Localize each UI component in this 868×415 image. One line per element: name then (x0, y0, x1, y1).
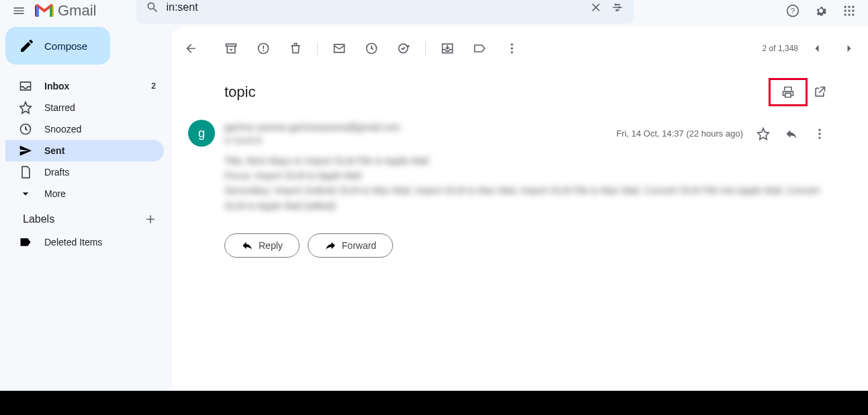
sent-icon (19, 144, 32, 157)
chevron-down-icon (19, 187, 32, 200)
svg-point-21 (818, 128, 820, 130)
snooze-icon[interactable] (363, 40, 380, 56)
svg-point-20 (511, 51, 513, 53)
inbox-icon (19, 79, 32, 93)
pencil-icon (19, 38, 35, 54)
svg-point-1 (618, 6, 620, 8)
svg-point-6 (852, 6, 854, 8)
pager-prev-icon[interactable] (809, 40, 825, 56)
svg-point-23 (818, 137, 820, 139)
sidebar-item-starred[interactable]: Starred (5, 97, 164, 118)
help-icon[interactable]: ? (785, 3, 801, 19)
svg-point-15 (263, 50, 264, 51)
pager-text: 2 of 1,348 (763, 44, 798, 53)
archive-icon[interactable] (223, 40, 239, 56)
labels-header: Labels (5, 204, 172, 231)
svg-point-12 (852, 13, 854, 15)
inbox-count: 2 (151, 81, 156, 91)
back-icon[interactable] (183, 40, 199, 56)
compose-button[interactable]: Compose (5, 27, 110, 65)
app-name: Gmail (58, 2, 96, 20)
sidebar-item-snoozed[interactable]: Snoozed (5, 118, 164, 140)
label-icon (19, 235, 32, 249)
svg-point-0 (615, 3, 617, 5)
clear-search-icon[interactable] (588, 0, 604, 15)
label-deleted-items[interactable]: Deleted Items (5, 231, 164, 253)
more-label: More (44, 188, 156, 199)
svg-point-2 (616, 9, 618, 11)
labels-title: Labels (23, 213, 54, 225)
header-actions: ? (785, 3, 857, 19)
sidebar-item-more[interactable]: More (5, 183, 164, 204)
page-footer-blackbar (0, 391, 868, 415)
add-task-icon[interactable] (396, 40, 412, 56)
email-timestamp: Fri, 14 Oct, 14:37 (22 hours ago) (616, 128, 743, 139)
reply-icon[interactable] (783, 126, 799, 142)
content-pane: 2 of 1,348 topic g garima saxena garimas… (172, 27, 868, 390)
sender-avatar[interactable]: g (188, 120, 215, 147)
main-menu-icon[interactable] (11, 3, 27, 19)
reply-button[interactable]: Reply (224, 233, 300, 258)
gmail-logo[interactable]: Gmail (35, 2, 96, 20)
sidebar: Compose Inbox 2 Starred Snoozed Sent Dra… (0, 22, 172, 390)
sender-info: garima saxena garimasaxena@gmail.com (224, 120, 616, 135)
search-input[interactable] (161, 1, 588, 13)
svg-point-8 (848, 9, 850, 11)
body-line: Focus: Import OLM to Apple Mail (224, 168, 828, 183)
spam-icon[interactable] (255, 40, 271, 56)
svg-text:?: ? (791, 6, 795, 15)
print-button-highlight (769, 78, 808, 106)
svg-point-18 (511, 44, 513, 46)
sidebar-item-sent[interactable]: Sent (5, 140, 164, 161)
reply-label: Reply (259, 240, 283, 251)
apps-icon[interactable] (841, 3, 857, 19)
star-message-icon[interactable] (755, 126, 771, 142)
search-bar (136, 0, 634, 24)
email-header: g garima saxena garimasaxena@gmail.com t… (183, 114, 857, 148)
inbox-label: Inbox (44, 81, 151, 91)
forward-label: Forward (342, 240, 376, 251)
search-options-icon[interactable] (609, 0, 625, 15)
move-to-inbox-icon[interactable] (439, 40, 455, 56)
forward-arrow-icon (324, 239, 337, 252)
drafts-icon (19, 165, 32, 179)
compose-label: Compose (44, 40, 87, 52)
delete-icon[interactable] (288, 40, 304, 56)
svg-point-19 (511, 47, 513, 49)
header: Gmail ? (0, 0, 868, 22)
svg-point-7 (844, 9, 847, 11)
svg-point-9 (852, 9, 854, 11)
sidebar-item-inbox[interactable]: Inbox 2 (5, 75, 164, 97)
drafts-label: Drafts (44, 167, 156, 178)
email-toolbar: 2 of 1,348 (183, 32, 857, 65)
labels-toolbar-icon[interactable] (472, 40, 488, 56)
email-subject: topic (224, 83, 769, 101)
reply-arrow-icon (241, 239, 253, 252)
svg-point-5 (848, 6, 850, 8)
svg-point-4 (844, 6, 847, 8)
body-line: Title: Best Ways to Import OLM File to A… (224, 153, 828, 168)
subject-row: topic (183, 65, 857, 114)
star-icon (19, 101, 32, 114)
svg-point-11 (848, 13, 850, 15)
clock-icon (19, 122, 32, 136)
body-line: Secondary: Import Outlook OLM to Mac Mai… (224, 183, 828, 213)
print-icon[interactable] (780, 84, 796, 100)
pager-next-icon[interactable] (841, 40, 857, 56)
starred-label: Starred (44, 102, 156, 113)
add-label-icon[interactable] (142, 211, 159, 227)
sidebar-item-drafts[interactable]: Drafts (5, 161, 164, 183)
sent-label: Sent (44, 145, 156, 156)
mark-unread-icon[interactable] (331, 40, 347, 56)
recipient-info: to Sumit B (224, 135, 616, 147)
forward-button[interactable]: Forward (308, 233, 393, 258)
svg-point-22 (818, 133, 820, 135)
message-more-icon[interactable] (812, 126, 828, 142)
more-toolbar-icon[interactable] (504, 40, 520, 56)
search-icon[interactable] (144, 0, 161, 15)
email-body: Title: Best Ways to Import OLM File to A… (183, 148, 857, 214)
label-text: Deleted Items (44, 237, 156, 248)
svg-point-10 (844, 13, 847, 15)
settings-icon[interactable] (813, 3, 829, 19)
open-new-window-icon[interactable] (812, 84, 828, 100)
